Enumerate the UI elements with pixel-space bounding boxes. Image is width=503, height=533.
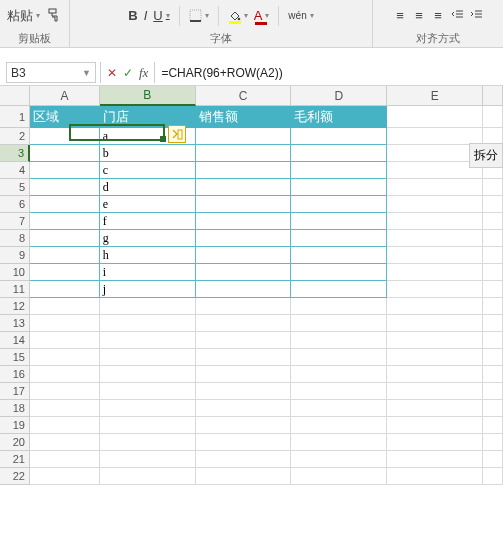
cell-A17[interactable] <box>30 383 100 400</box>
row-header-15[interactable]: 15 <box>0 349 30 366</box>
cell-A3[interactable] <box>30 145 100 162</box>
cell-F17[interactable] <box>483 383 503 400</box>
underline-button[interactable]: U <box>153 8 169 23</box>
cell-D18[interactable] <box>291 400 387 417</box>
cell-E15[interactable] <box>387 349 483 366</box>
cell-E6[interactable] <box>387 196 483 213</box>
cell-D3[interactable] <box>291 145 387 162</box>
cell-C19[interactable] <box>196 417 292 434</box>
cell-F20[interactable] <box>483 434 503 451</box>
align-middle-icon[interactable]: ≡ <box>411 8 427 24</box>
cell-B22[interactable] <box>100 468 196 485</box>
cell-E14[interactable] <box>387 332 483 349</box>
cell-A4[interactable] <box>30 162 100 179</box>
cell-B6[interactable]: e <box>100 196 196 213</box>
cell-A19[interactable] <box>30 417 100 434</box>
column-header-C[interactable]: C <box>196 86 292 106</box>
row-header-17[interactable]: 17 <box>0 383 30 400</box>
cell-A8[interactable] <box>30 230 100 247</box>
cell-A11[interactable] <box>30 281 100 298</box>
row-header-1[interactable]: 1 <box>0 106 30 128</box>
cell-D17[interactable] <box>291 383 387 400</box>
cell-F16[interactable] <box>483 366 503 383</box>
cell-D21[interactable] <box>291 451 387 468</box>
cell-C20[interactable] <box>196 434 292 451</box>
cell-E20[interactable] <box>387 434 483 451</box>
cell-D14[interactable] <box>291 332 387 349</box>
cell-C7[interactable] <box>196 213 292 230</box>
cell-F7[interactable] <box>483 213 503 230</box>
cell-A1[interactable]: 区域 <box>30 106 100 128</box>
cell-D2[interactable] <box>291 128 387 145</box>
cell-E8[interactable] <box>387 230 483 247</box>
cell-D8[interactable] <box>291 230 387 247</box>
cell-A16[interactable] <box>30 366 100 383</box>
cell-D11[interactable] <box>291 281 387 298</box>
border-button[interactable] <box>189 9 209 22</box>
cell-F1[interactable] <box>483 106 503 128</box>
cell-E1[interactable] <box>387 106 483 128</box>
cell-C13[interactable] <box>196 315 292 332</box>
decrease-indent-icon[interactable] <box>449 8 465 24</box>
cell-E5[interactable] <box>387 179 483 196</box>
cell-E13[interactable] <box>387 315 483 332</box>
cell-D9[interactable] <box>291 247 387 264</box>
align-top-icon[interactable]: ≡ <box>392 8 408 24</box>
cell-C14[interactable] <box>196 332 292 349</box>
bold-button[interactable]: B <box>128 8 137 23</box>
cell-B14[interactable] <box>100 332 196 349</box>
phonetic-guide-button[interactable]: wén <box>288 10 313 21</box>
row-header-4[interactable]: 4 <box>0 162 30 179</box>
cell-C18[interactable] <box>196 400 292 417</box>
cell-A12[interactable] <box>30 298 100 315</box>
cell-A5[interactable] <box>30 179 100 196</box>
cell-C22[interactable] <box>196 468 292 485</box>
cell-D7[interactable] <box>291 213 387 230</box>
autofill-options-button[interactable] <box>168 125 186 143</box>
cell-A10[interactable] <box>30 264 100 281</box>
column-header-F[interactable] <box>483 86 503 106</box>
chevron-down-icon[interactable]: ▼ <box>82 68 91 78</box>
cell-B10[interactable]: i <box>100 264 196 281</box>
row-header-18[interactable]: 18 <box>0 400 30 417</box>
row-header-3[interactable]: 3 <box>0 145 30 162</box>
cell-C5[interactable] <box>196 179 292 196</box>
cell-E10[interactable] <box>387 264 483 281</box>
increase-indent-icon[interactable] <box>468 8 484 24</box>
row-header-20[interactable]: 20 <box>0 434 30 451</box>
cell-D12[interactable] <box>291 298 387 315</box>
cell-B5[interactable]: d <box>100 179 196 196</box>
split-button[interactable]: 拆分 <box>469 143 503 168</box>
row-header-16[interactable]: 16 <box>0 366 30 383</box>
row-header-10[interactable]: 10 <box>0 264 30 281</box>
cell-B16[interactable] <box>100 366 196 383</box>
row-header-7[interactable]: 7 <box>0 213 30 230</box>
cell-C10[interactable] <box>196 264 292 281</box>
cell-E17[interactable] <box>387 383 483 400</box>
column-header-D[interactable]: D <box>291 86 387 106</box>
row-header-9[interactable]: 9 <box>0 247 30 264</box>
cell-D10[interactable] <box>291 264 387 281</box>
cell-D1[interactable]: 毛利额 <box>291 106 387 128</box>
cell-F6[interactable] <box>483 196 503 213</box>
cell-D5[interactable] <box>291 179 387 196</box>
row-header-6[interactable]: 6 <box>0 196 30 213</box>
cell-F19[interactable] <box>483 417 503 434</box>
cell-A15[interactable] <box>30 349 100 366</box>
cell-D16[interactable] <box>291 366 387 383</box>
cell-C16[interactable] <box>196 366 292 383</box>
enter-button[interactable]: ✓ <box>123 66 133 80</box>
cell-D20[interactable] <box>291 434 387 451</box>
cell-F9[interactable] <box>483 247 503 264</box>
select-all-button[interactable] <box>0 86 30 106</box>
cell-E18[interactable] <box>387 400 483 417</box>
column-header-B[interactable]: B <box>100 86 196 106</box>
cell-B13[interactable] <box>100 315 196 332</box>
cell-C4[interactable] <box>196 162 292 179</box>
cell-B17[interactable] <box>100 383 196 400</box>
cell-F22[interactable] <box>483 468 503 485</box>
cell-A21[interactable] <box>30 451 100 468</box>
cell-C2[interactable] <box>196 128 292 145</box>
font-color-button[interactable]: A <box>254 8 270 23</box>
cell-A2[interactable] <box>30 128 100 145</box>
